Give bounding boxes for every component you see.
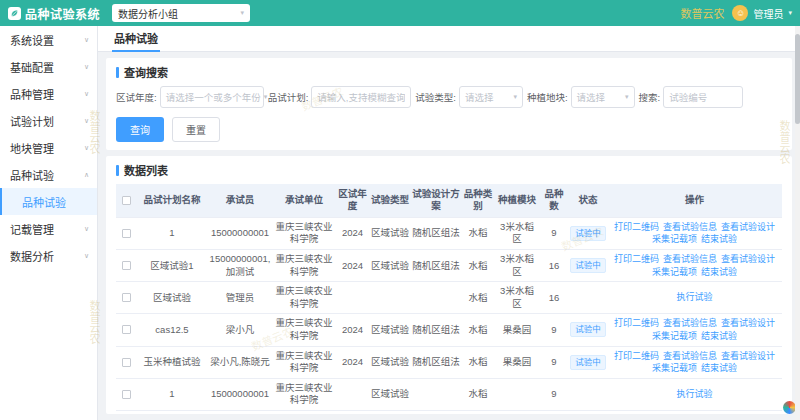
sidebar-item-6[interactable]: 记载管理∨: [0, 215, 97, 242]
operation-link[interactable]: 结束试验: [701, 234, 737, 246]
cell-year: [336, 378, 369, 410]
cell-count: 16: [539, 282, 569, 314]
plan-input[interactable]: [311, 86, 411, 108]
app-title: 品种试验系统: [25, 5, 100, 22]
operation-link[interactable]: 结束试验: [701, 331, 737, 343]
cell-design: [411, 282, 461, 314]
operation-link[interactable]: 查看试验设计: [721, 254, 775, 266]
row-checkbox[interactable]: [122, 325, 131, 334]
cell-operations: 打印二维码查看试验信息查看试验设计采集记载项结束试验: [607, 410, 782, 414]
cell-status: 试验中: [569, 410, 607, 414]
sidebar-item-label: 基础配置: [10, 59, 54, 75]
operation-link[interactable]: 查看试验信息: [663, 318, 717, 330]
query-button[interactable]: 查询: [116, 117, 164, 142]
cell-module: 3米水稻区: [495, 282, 539, 314]
trials-table: 品试计划名称承试员承试单位区试年度试验类型试验设计方案品种类别种植模块品种数状态…: [116, 184, 782, 414]
cell-year: 2024: [336, 250, 369, 282]
sidebar-item-2[interactable]: 品种管理∨: [0, 80, 97, 107]
row-checkbox[interactable]: [122, 229, 131, 238]
status-badge: 试验中: [570, 226, 606, 241]
cell-design: 随机区组法: [411, 314, 461, 346]
section-marker-icon: [116, 165, 119, 176]
sidebar-item-5[interactable]: 品种试验∧: [0, 161, 97, 188]
row-checkbox[interactable]: [122, 261, 131, 270]
operation-link[interactable]: 打印二维码: [614, 222, 659, 234]
cell-type: 区域试验: [369, 250, 411, 282]
operation-link[interactable]: 执行试验: [676, 292, 712, 304]
cell-category: 水稻: [461, 346, 495, 378]
scrollbar-thumb[interactable]: [795, 34, 800, 124]
operation-link[interactable]: 结束试验: [701, 267, 737, 279]
cell-org: 重庆三峡农业科学院: [272, 217, 336, 249]
operation-link[interactable]: 查看试验信息: [663, 254, 717, 266]
operation-link[interactable]: 打印二维码: [614, 351, 659, 363]
cell-status: 试验中: [569, 314, 607, 346]
reset-button[interactable]: 重置: [172, 117, 220, 142]
sidebar-item-7[interactable]: 数据分析∨: [0, 242, 97, 269]
operation-link[interactable]: 采集记载项: [652, 331, 697, 343]
sidebar-item-4[interactable]: 地块管理∨: [0, 134, 97, 161]
cell-status: 试验中: [569, 217, 607, 249]
sidebar-item-label: 系统设置: [10, 32, 54, 48]
year-select[interactable]: 请选择一个或多个年份 ▾: [160, 86, 264, 108]
operation-link[interactable]: 执行试验: [676, 389, 712, 401]
cell-count: 9: [539, 217, 569, 249]
filter-row: 区试年度: 请选择一个或多个年份 ▾ 品试计划: 试验类型: 请选择 ▾: [116, 86, 782, 108]
cell-design: 随机区组法: [411, 250, 461, 282]
operation-link[interactable]: 查看试验信息: [663, 222, 717, 234]
sidebar-item-label: 记载管理: [10, 221, 54, 237]
cell-type: 区域试验: [369, 346, 411, 378]
operation-link[interactable]: 打印二维码: [614, 254, 659, 266]
cell-operations: 打印二维码查看试验信息查看试验设计采集记载项结束试验: [607, 250, 782, 282]
operation-link[interactable]: 查看试验设计: [721, 318, 775, 330]
section-marker-icon: [116, 67, 119, 78]
tab-variety-trial[interactable]: 品种试验: [112, 26, 160, 52]
sidebar-subitem-5-0[interactable]: 品种试验: [0, 188, 97, 215]
operation-link[interactable]: 查看试验设计: [721, 222, 775, 234]
operation-link[interactable]: 采集记载项: [652, 363, 697, 375]
cell-type: 区域试验: [369, 410, 411, 414]
cell-tester: 15000000001,加测试: [208, 250, 272, 282]
operation-link[interactable]: 查看试验信息: [663, 351, 717, 363]
operation-link[interactable]: 采集记载项: [652, 234, 697, 246]
column-header: 品种数: [539, 184, 569, 217]
row-checkbox[interactable]: [122, 390, 131, 399]
sidebar-item-1[interactable]: 基础配置∨: [0, 53, 97, 80]
row-checkbox[interactable]: [122, 358, 131, 367]
chevron-down-icon: ▾: [513, 93, 517, 101]
sidebar-item-3[interactable]: 试验计划∨: [0, 107, 97, 134]
sidebar-item-label: 地块管理: [10, 140, 54, 156]
operation-link[interactable]: 采集记载项: [652, 267, 697, 279]
cell-status: 试验中: [569, 250, 607, 282]
chevron-down-icon: ∨: [84, 225, 89, 233]
user-menu[interactable]: ☺ 管理员 ▾: [732, 5, 792, 21]
chevron-down-icon: ∨: [84, 36, 89, 44]
table-row: 区域试验管理员重庆三峡农业科学院水稻3米水稻区16执行试验: [116, 282, 782, 314]
type-select[interactable]: 请选择 ▾: [459, 86, 523, 108]
cell-category: 水稻: [461, 314, 495, 346]
team-select-value: 数据分析小组: [118, 6, 178, 21]
cell-year: 2024: [336, 314, 369, 346]
data-list-panel: 数据列表 品试计划名称承试员承试单位区试年度试验类型试验设计方案品种类别种植模块…: [106, 156, 792, 414]
column-header: 操作: [607, 184, 782, 217]
row-checkbox[interactable]: [122, 293, 131, 302]
team-select[interactable]: 数据分析小组 ▾: [112, 4, 250, 22]
cell-checkbox: [116, 282, 136, 314]
cell-tester: 梁小凡: [208, 410, 272, 414]
table-row: 102梁小凡重庆三峡农业科学院2024区域试验随机区组法水稻测试1试验中打印二维…: [116, 410, 782, 414]
land-select[interactable]: 请选择 ▾: [571, 86, 635, 108]
tab-bar: 品种试验: [98, 26, 800, 52]
operation-link[interactable]: 打印二维码: [614, 318, 659, 330]
cell-module: 测试: [495, 410, 539, 414]
cell-checkbox: [116, 378, 136, 410]
column-header: 承试员: [208, 184, 272, 217]
sidebar-item-0[interactable]: 系统设置∨: [0, 26, 97, 53]
keyword-input[interactable]: [663, 86, 743, 108]
header-checkbox-cell: [116, 184, 136, 217]
operation-link[interactable]: 结束试验: [701, 363, 737, 375]
cell-checkbox: [116, 217, 136, 249]
operation-link[interactable]: 查看试验设计: [721, 351, 775, 363]
cell-plan-name: 玉米种植试验: [136, 346, 208, 378]
select-all-checkbox[interactable]: [122, 196, 131, 205]
cell-design: [411, 378, 461, 410]
